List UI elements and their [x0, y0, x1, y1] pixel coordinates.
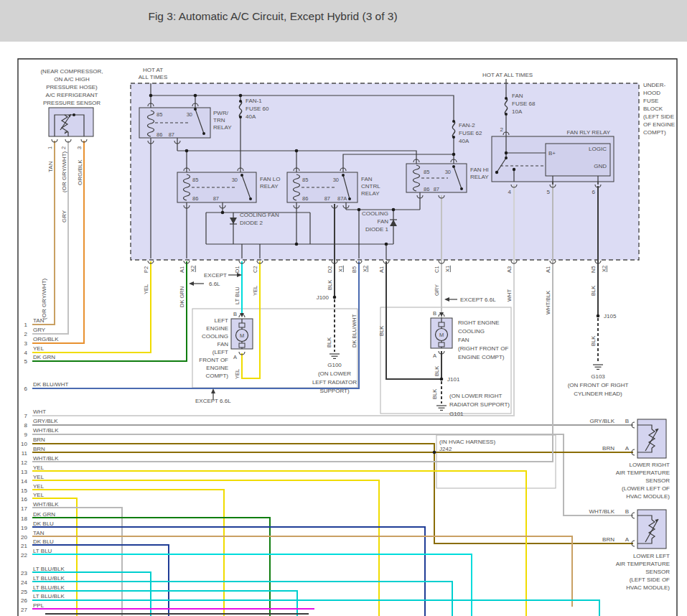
svg-text:12: 12 [21, 459, 27, 466]
svg-text:X1: X1 [444, 266, 451, 272]
except-note-1b: 6.6L [209, 281, 220, 287]
svg-text:X1: X1 [337, 266, 344, 272]
svg-text:COMPT): COMPT) [643, 129, 666, 136]
svg-text:40A: 40A [459, 138, 469, 144]
pwr-trn-relay-label: PWR/ [213, 110, 229, 116]
j100-label: J100 [317, 294, 330, 301]
svg-text:(RIGHT FRONT OF: (RIGHT FRONT OF [458, 345, 508, 352]
svg-text:2: 2 [500, 126, 504, 133]
fan-cntrl-relay-label: FAN [361, 176, 373, 182]
svg-text:3: 3 [24, 340, 28, 347]
g103-label: G103 [591, 373, 605, 380]
svg-text:A: A [625, 445, 630, 452]
svg-text:86: 86 [192, 195, 198, 202]
svg-text:26: 26 [21, 597, 27, 604]
svg-text:4: 4 [24, 350, 28, 356]
svg-text:C2: C2 [252, 266, 258, 273]
svg-text:87A: 87A [337, 195, 347, 202]
svg-text:DIODE 2: DIODE 2 [240, 220, 263, 226]
svg-text:86: 86 [156, 131, 162, 138]
motor-m-left: M [240, 332, 244, 339]
svg-text:ENGINE: ENGINE [206, 365, 228, 371]
svg-text:N5: N5 [590, 266, 597, 273]
svg-text:TAN: TAN [33, 530, 45, 536]
svg-text:1: 1 [24, 322, 28, 328]
svg-text:LEFT RADIATOR: LEFT RADIATOR [312, 379, 357, 386]
svg-text:C1: C1 [434, 266, 440, 273]
svg-text:23: 23 [21, 570, 27, 577]
svg-text:21: 21 [21, 543, 27, 549]
svg-text:ENGINE COMPT): ENGINE COMPT) [458, 354, 505, 360]
svg-text:SENSOR: SENSOR [645, 569, 670, 575]
svg-text:7: 7 [24, 413, 28, 419]
lower-right-temp-sensor-label: LOWER RIGHT [630, 462, 670, 468]
svg-text:RADIATOR SUPPORT): RADIATOR SUPPORT) [449, 401, 510, 408]
svg-text:AIR TEMPERATURE: AIR TEMPERATURE [616, 470, 670, 476]
svg-text:DK BLU: DK BLU [33, 538, 54, 545]
svg-text:DIODE 1: DIODE 1 [365, 226, 389, 233]
svg-text:3: 3 [76, 146, 83, 149]
svg-text:85: 85 [424, 169, 429, 175]
svg-text:B: B [625, 418, 629, 424]
svg-text:COOLING: COOLING [202, 333, 228, 340]
svg-text:ORG/BLK: ORG/BLK [33, 336, 59, 342]
svg-text:(LEFT SIDE: (LEFT SIDE [643, 113, 674, 120]
svg-text:LT BLU: LT BLU [234, 286, 240, 304]
svg-text:HOOD: HOOD [643, 90, 660, 96]
svg-text:14: 14 [21, 478, 27, 485]
svg-text:COOLING: COOLING [458, 328, 485, 335]
svg-text:FRONT OF: FRONT OF [199, 357, 228, 363]
lower-left-temp-sensor-label: LOWER LEFT [633, 553, 670, 559]
svg-text:B5: B5 [351, 266, 357, 273]
svg-text:87: 87 [213, 195, 219, 202]
underhood-label: UNDER- [643, 82, 665, 88]
svg-text:87: 87 [324, 195, 330, 202]
svg-text:BLOCK: BLOCK [643, 106, 663, 112]
svg-text:5: 5 [547, 189, 551, 195]
svg-text:30: 30 [333, 177, 339, 183]
svg-text:WHT/BLK: WHT/BLK [33, 455, 59, 462]
except-note-2: EXCEPT 6.6L [460, 297, 496, 303]
svg-text:86: 86 [424, 186, 429, 192]
svg-text:8: 8 [24, 422, 28, 429]
svg-text:YEL: YEL [33, 492, 45, 498]
svg-text:RELAY: RELAY [260, 183, 279, 190]
svg-text:24: 24 [21, 579, 27, 586]
svg-text:6: 6 [592, 189, 596, 195]
svg-text:LT BLU/BLK: LT BLU/BLK [33, 593, 65, 599]
left-fan-label: LEFT [214, 317, 228, 324]
j105-label: J105 [604, 313, 617, 319]
svg-text:BRN: BRN [33, 446, 45, 452]
svg-text:YEL: YEL [33, 474, 45, 480]
cooling-fan-diode1-label: COOLING [362, 210, 388, 217]
svg-text:BLK: BLK [590, 286, 597, 296]
svg-text:(LEFT SIDE OF: (LEFT SIDE OF [630, 577, 670, 583]
svg-text:X2: X2 [362, 266, 368, 272]
left-cooling-fan-motor [231, 313, 253, 349]
svg-text:SUPPORT): SUPPORT) [319, 388, 350, 394]
svg-text:TRN: TRN [213, 117, 225, 123]
svg-text:B+: B+ [548, 150, 556, 157]
svg-text:SENSOR: SENSOR [645, 477, 670, 484]
svg-text:LT BLU/BLK: LT BLU/BLK [33, 575, 65, 582]
svg-text:ORG/BLK: ORG/BLK [77, 159, 83, 185]
svg-text:PRESSURE SENSOR: PRESSURE SENSOR [43, 100, 101, 106]
svg-text:HVAC MODULE): HVAC MODULE) [626, 493, 670, 500]
svg-text:A1: A1 [545, 266, 551, 273]
except-note-1a: EXCEPT [204, 272, 227, 279]
svg-text:BLK: BLK [431, 389, 438, 399]
svg-text:ON A/C HIGH: ON A/C HIGH [54, 76, 90, 83]
svg-text:(LEFT: (LEFT [212, 349, 228, 355]
svg-text:GND: GND [594, 163, 607, 169]
svg-text:BRN: BRN [602, 445, 614, 452]
fan-hi-relay-label: FAN HI [470, 167, 489, 173]
svg-text:RELAY: RELAY [213, 124, 232, 131]
svg-text:5: 5 [24, 358, 28, 365]
svg-text:DK GRN: DK GRN [33, 354, 55, 360]
svg-text:BRN: BRN [33, 437, 45, 443]
svg-text:LT BLU/BLK: LT BLU/BLK [33, 584, 65, 591]
fuse-fan68-label: FAN [512, 93, 523, 99]
svg-text:DK BLU/WHT: DK BLU/WHT [351, 314, 357, 347]
svg-text:WHT/BLK: WHT/BLK [545, 291, 551, 314]
svg-text:30: 30 [187, 111, 192, 118]
